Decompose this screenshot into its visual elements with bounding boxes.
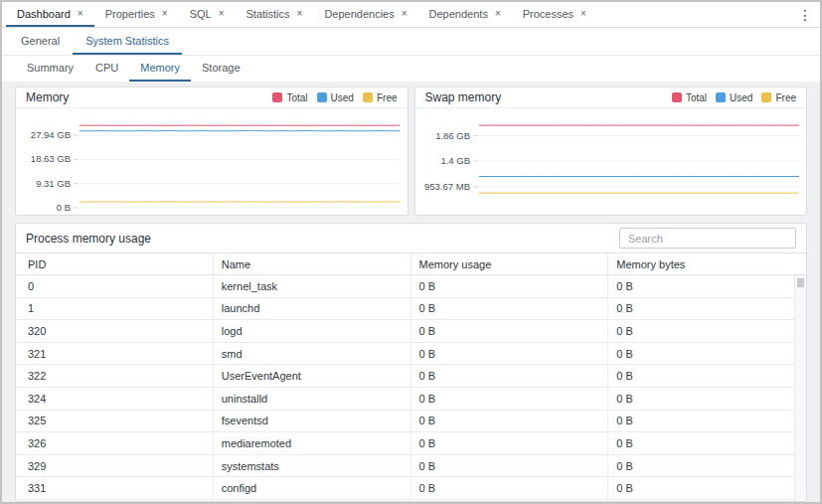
main-tab-bar: Dashboard × Properties × SQL × Statistic… xyxy=(2,2,820,28)
table-cell: 0 B xyxy=(608,365,806,387)
table-scrollbar[interactable] xyxy=(794,275,806,501)
close-icon[interactable]: × xyxy=(219,9,225,19)
swap-chart-title: Swap memory xyxy=(425,90,502,104)
table-cell: 0 B xyxy=(608,388,806,410)
table-cell: 0 xyxy=(16,275,214,297)
main-tab-dependents[interactable]: Dependents × xyxy=(418,2,512,27)
table-row[interactable]: 329systemstats0 B0 B xyxy=(16,455,806,478)
tab-cpu[interactable]: CPU xyxy=(84,56,129,82)
table-cell: 0 B xyxy=(411,477,609,499)
process-memory-usage-panel: Process memory usage PIDNameMemory usage… xyxy=(15,223,807,502)
table-cell: logd xyxy=(214,320,411,342)
main-tab-sql[interactable]: SQL × xyxy=(179,2,236,27)
table-row[interactable]: 322UserEventAgent0 B0 B xyxy=(16,365,806,388)
memory-chart-panel: Memory Total Used Free 27.94 GB18.63 GB9… xyxy=(15,86,409,216)
close-icon[interactable]: × xyxy=(402,9,408,19)
tab-storage[interactable]: Storage xyxy=(191,56,251,82)
table-cell: systemstats xyxy=(214,455,411,477)
table-cell: 329 xyxy=(16,455,214,477)
table-cell: configd xyxy=(214,477,411,499)
column-header-memory-usage[interactable]: Memory usage xyxy=(411,253,609,274)
table-cell: 0 B xyxy=(411,455,609,477)
legend-swatch-icon xyxy=(761,92,771,102)
tab-system-statistics[interactable]: System Statistics xyxy=(73,28,182,55)
table-cell: 0 B xyxy=(411,343,609,365)
table-cell: 0 B xyxy=(608,343,806,365)
table-row[interactable]: 331configd0 B0 B xyxy=(16,477,806,500)
search-input[interactable] xyxy=(619,228,796,249)
memory-line-chart: 27.94 GB18.63 GB9.31 GB0 B xyxy=(16,108,408,214)
svg-text:27.94 GB: 27.94 GB xyxy=(31,129,71,140)
table-cell: 0 B xyxy=(411,432,609,454)
table-row[interactable]: 320logd0 B0 B xyxy=(16,320,806,343)
table-cell: 0 B xyxy=(411,275,609,297)
close-icon[interactable]: × xyxy=(297,9,303,19)
tab-summary[interactable]: Summary xyxy=(16,56,84,82)
memory-chart-legend: Total Used Free xyxy=(272,92,397,103)
legend-swatch-icon xyxy=(272,92,282,102)
legend-swatch-icon xyxy=(363,92,373,102)
tab-general[interactable]: General xyxy=(8,28,73,55)
table-cell: 0 B xyxy=(608,298,806,320)
svg-text:1.4 GB: 1.4 GB xyxy=(440,155,470,166)
table-cell: 0 B xyxy=(608,477,806,499)
column-header-pid[interactable]: PID xyxy=(16,253,214,274)
table-header-row: PIDNameMemory usageMemory bytes xyxy=(16,253,806,275)
swap-memory-chart-panel: Swap memory Total Used Free 1.86 GB1.4 G… xyxy=(414,86,808,216)
charts-row: Memory Total Used Free 27.94 GB18.63 GB9… xyxy=(15,86,807,216)
table-row[interactable]: 324uninstalld0 B0 B xyxy=(16,388,806,411)
legend-item: Total xyxy=(272,92,307,103)
dashboard-section-tab-bar: General System Statistics xyxy=(2,28,820,56)
table-cell: kernel_task xyxy=(214,275,411,297)
table-cell: 324 xyxy=(16,388,214,410)
main-tab-properties[interactable]: Properties × xyxy=(94,2,179,27)
table-cell: 0 B xyxy=(411,320,609,342)
table-cell: 0 B xyxy=(411,411,609,432)
table-cell: launchd xyxy=(214,298,411,320)
table-cell: 331 xyxy=(16,477,214,499)
main-tab-dashboard[interactable]: Dashboard × xyxy=(6,2,94,27)
svg-text:953.67 MB: 953.67 MB xyxy=(424,181,470,192)
column-header-memory-bytes[interactable]: Memory bytes xyxy=(608,253,806,274)
swap-line-chart: 1.86 GB1.4 GB953.67 MB xyxy=(415,108,807,214)
main-tab-processes[interactable]: Processes × xyxy=(512,2,597,27)
close-icon[interactable]: × xyxy=(580,9,586,19)
content-area: Memory Total Used Free 27.94 GB18.63 GB9… xyxy=(2,82,820,502)
table-row[interactable]: 0kernel_task0 B0 B xyxy=(16,275,806,298)
legend-item: Used xyxy=(716,92,752,103)
table-cell: 321 xyxy=(16,343,214,365)
close-icon[interactable]: × xyxy=(78,9,83,19)
tab-memory[interactable]: Memory xyxy=(129,56,191,82)
table-cell: 322 xyxy=(16,365,214,387)
table-cell: 0 B xyxy=(411,298,609,320)
scrollbar-thumb[interactable] xyxy=(797,278,804,287)
main-tab-dependencies[interactable]: Dependencies × xyxy=(313,2,417,27)
table-row[interactable]: 1launchd0 B0 B xyxy=(16,298,806,321)
table-row[interactable]: 326mediaremoted0 B0 B xyxy=(16,432,806,455)
main-tab-statistics[interactable]: Statistics × xyxy=(236,2,314,27)
swap-chart-legend: Total Used Free xyxy=(672,92,796,103)
svg-text:18.63 GB: 18.63 GB xyxy=(31,153,71,164)
svg-text:1.86 GB: 1.86 GB xyxy=(435,130,470,141)
svg-text:0 B: 0 B xyxy=(57,202,71,213)
table-cell: 0 B xyxy=(608,320,806,342)
table-cell: 0 B xyxy=(608,432,806,454)
table-row[interactable]: 325fseventsd0 B0 B xyxy=(16,411,806,433)
column-header-name[interactable]: Name xyxy=(214,253,411,274)
main-tabs: Dashboard × Properties × SQL × Statistic… xyxy=(6,2,597,27)
table-cell: 0 B xyxy=(608,275,806,297)
table-cell: 0 B xyxy=(411,365,609,387)
legend-item: Total xyxy=(672,92,707,103)
table-cell: uninstalld xyxy=(214,388,411,410)
system-statistics-tab-bar: Summary CPU Memory Storage xyxy=(2,56,820,82)
overflow-menu-icon[interactable]: ⋮ xyxy=(796,5,814,25)
table-row[interactable]: 321smd0 B0 B xyxy=(16,343,806,366)
table-cell: smd xyxy=(214,343,411,365)
legend-swatch-icon xyxy=(317,92,327,102)
legend-item: Free xyxy=(761,92,796,103)
svg-text:9.31 GB: 9.31 GB xyxy=(36,178,71,189)
table-cell: 0 B xyxy=(608,455,806,477)
legend-swatch-icon xyxy=(716,92,726,102)
close-icon[interactable]: × xyxy=(495,9,501,19)
close-icon[interactable]: × xyxy=(162,9,168,19)
